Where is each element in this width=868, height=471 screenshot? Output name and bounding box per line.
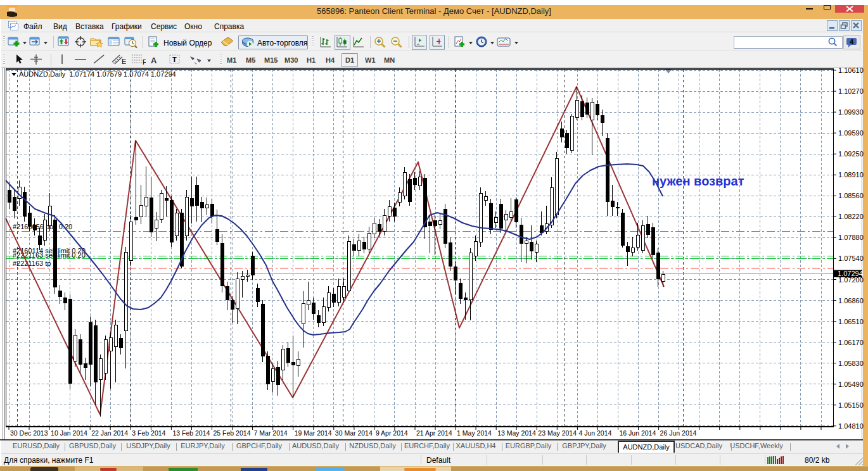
svg-text:3 Feb 2014: 3 Feb 2014 xyxy=(132,429,165,437)
svg-text:1.05490: 1.05490 xyxy=(838,380,864,388)
svg-text:30 Mar 2014: 30 Mar 2014 xyxy=(335,429,373,437)
svg-text:1 May 2014: 1 May 2014 xyxy=(457,429,492,437)
svg-text:F: F xyxy=(143,58,146,65)
svg-text:T: T xyxy=(172,56,177,63)
svg-text:9 Apr 2014: 9 Apr 2014 xyxy=(376,429,408,437)
svg-text:1.07540: 1.07540 xyxy=(838,254,864,262)
svg-text:25 Feb 2014: 25 Feb 2014 xyxy=(214,429,251,437)
svg-text:1.04810: 1.04810 xyxy=(838,422,864,430)
svg-text:1.06860: 1.06860 xyxy=(838,297,864,305)
svg-text:AUDNZD,Daily 1.07174 1.07579: AUDNZD,Daily 1.07174 1.07579 1.07074 1.0… xyxy=(19,70,176,78)
svg-text:1.05830: 1.05830 xyxy=(838,360,864,367)
svg-text:#2221163 tp: #2221163 tp xyxy=(13,260,51,267)
svg-text:4: 4 xyxy=(850,38,854,46)
svg-text:1.07294: 1.07294 xyxy=(838,270,863,277)
svg-text:22 Jan 2014: 22 Jan 2014 xyxy=(91,429,128,437)
svg-text:19 Mar 2014: 19 Mar 2014 xyxy=(295,429,332,437)
svg-text:1.09590: 1.09590 xyxy=(838,129,864,137)
svg-text:23 May 2014: 23 May 2014 xyxy=(538,429,577,437)
svg-text:26 Jun 2014: 26 Jun 2014 xyxy=(660,429,697,437)
svg-text:1.07880: 1.07880 xyxy=(838,234,864,241)
svg-text:1.05150: 1.05150 xyxy=(838,401,864,409)
svg-text:10 Jan 2014: 10 Jan 2014 xyxy=(51,429,87,437)
svg-text:E: E xyxy=(122,58,126,65)
svg-text:30 Dec 2013: 30 Dec 2013 xyxy=(10,429,48,437)
svg-text:1.10610: 1.10610 xyxy=(838,68,864,74)
svg-text:нужен возврат: нужен возврат xyxy=(652,174,744,188)
svg-text:16 Jun 2014: 16 Jun 2014 xyxy=(620,429,656,437)
svg-text:1.09250: 1.09250 xyxy=(838,150,864,158)
svg-text:13 May 2014: 13 May 2014 xyxy=(497,429,536,437)
svg-text:4 Jun 2014: 4 Jun 2014 xyxy=(578,429,611,437)
svg-text:13 Feb 2014: 13 Feb 2014 xyxy=(172,429,210,437)
svg-text:7 Mar 2014: 7 Mar 2014 xyxy=(254,429,288,437)
svg-text:1.09930: 1.09930 xyxy=(838,108,864,116)
svg-text:1.06170: 1.06170 xyxy=(838,339,864,346)
svg-text:1.08910: 1.08910 xyxy=(838,171,864,179)
svg-text:1.08220: 1.08220 xyxy=(838,213,864,220)
svg-text:1.10270: 1.10270 xyxy=(838,87,864,95)
svg-text:1.08560: 1.08560 xyxy=(838,192,864,199)
svg-text:21 Apr 2014: 21 Apr 2014 xyxy=(416,429,452,437)
svg-text:1.06510: 1.06510 xyxy=(838,318,864,325)
